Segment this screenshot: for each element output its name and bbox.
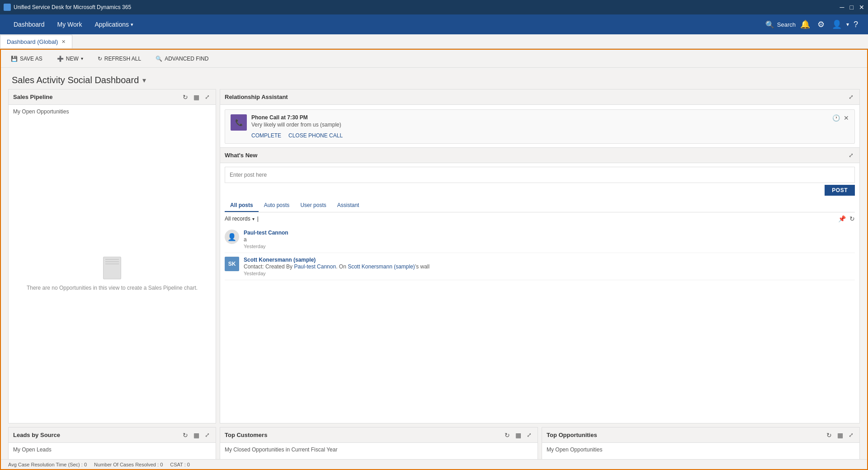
dashboard-title-area: Sales Activity Social Dashboard ▾ (1, 68, 867, 89)
leads-expand-icon[interactable]: ⤢ (203, 431, 211, 439)
relationship-expand-icon[interactable]: ⤢ (847, 93, 855, 101)
ra-snooze-icon[interactable]: 🕐 (832, 114, 840, 122)
customers-refresh-icon[interactable]: ↻ (503, 431, 511, 440)
ra-close-call-button[interactable]: CLOSE PHONE CALL (288, 132, 343, 139)
tab-all-posts[interactable]: All posts (225, 199, 259, 212)
tab-user-posts[interactable]: User posts (295, 199, 331, 212)
whats-new-expand-icon[interactable]: ⤢ (847, 151, 855, 160)
opportunities-chart-icon[interactable]: ▦ (836, 431, 844, 440)
advanced-find-button[interactable]: 🔍 ADVANCED FIND (153, 54, 211, 64)
relationship-assistant-actions: ⤢ (847, 93, 855, 101)
sales-pipeline-refresh-icon[interactable]: ↻ (181, 93, 189, 102)
top-customers-title: Top Customers (225, 432, 267, 438)
top-opportunities-header: Top Opportunities ↻ ▦ ⤢ (542, 428, 859, 443)
new-chevron-icon: ▾ (81, 56, 83, 61)
ra-card-top-actions: 🕐 ✕ (832, 114, 849, 122)
user-chevron-icon[interactable]: ▾ (846, 21, 849, 28)
applications-chevron-icon: ▾ (131, 22, 133, 28)
sales-pipeline-empty-message: There are no Opportunities in this view … (27, 285, 198, 291)
tab-assistant[interactable]: Assistant (332, 199, 365, 212)
tab-dashboard-global[interactable]: Dashboard (Global) ✕ (0, 35, 72, 48)
nav-bar: Dashboard My Work Applications ▾ 🔍 Searc… (0, 14, 868, 34)
save-as-button[interactable]: 💾 SAVE AS (8, 54, 45, 64)
feed-item-2-time: Yesterday (244, 271, 429, 276)
feed-avatar-2: SK (225, 257, 239, 271)
leads-by-source-actions: ↻ ▦ ⤢ (181, 431, 211, 440)
sales-pipeline-header: Sales Pipeline ↻ ▦ ⤢ (9, 89, 216, 105)
leads-by-source-title: Leads by Source (13, 432, 60, 438)
window-controls[interactable]: ─ □ ✕ (840, 4, 864, 11)
search-button[interactable]: 🔍 Search (765, 20, 796, 29)
customers-expand-icon[interactable]: ⤢ (525, 431, 533, 439)
whats-new-section: What's New ⤢ POST All pos (220, 148, 859, 423)
app-icon (4, 4, 11, 11)
nav-my-work[interactable]: My Work (51, 14, 89, 34)
sales-pipeline-expand-icon[interactable]: ⤢ (203, 93, 211, 101)
ra-complete-button[interactable]: COMPLETE (251, 132, 281, 139)
close-button[interactable]: ✕ (859, 4, 864, 11)
leads-subtitle: My Open Leads (13, 446, 211, 453)
top-customers-header: Top Customers ↻ ▦ ⤢ (220, 428, 538, 443)
ra-dismiss-icon[interactable]: ✕ (844, 114, 849, 122)
feed-refresh-icon[interactable]: ↻ (849, 215, 855, 222)
dashboard-title-chevron-icon[interactable]: ▾ (142, 76, 146, 85)
feed-item-2-name[interactable]: Scott Konersmann (sample) (244, 257, 429, 263)
maximize-button[interactable]: □ (850, 4, 854, 11)
toolbar: 💾 SAVE AS ➕ NEW ▾ ↻ REFRESH ALL 🔍 ADVANC… (1, 50, 867, 68)
leads-by-source-header: Leads by Source ↻ ▦ ⤢ (9, 428, 216, 443)
feed-item-1-body: a (244, 236, 288, 243)
post-btn-row: POST (225, 185, 855, 196)
leads-chart-icon[interactable]: ▦ (192, 431, 201, 440)
feed-tabs: All posts Auto posts User posts Assistan… (225, 199, 855, 212)
minimize-button[interactable]: ─ (840, 4, 844, 11)
whats-new-header: What's New ⤢ (220, 148, 859, 163)
feed-filter-selector[interactable]: All records ▾ | (225, 216, 259, 222)
opportunities-refresh-icon[interactable]: ↻ (825, 431, 833, 440)
feed-item-2-link2[interactable]: Scott Konersmann (sample) (348, 263, 415, 270)
status-avg-case: Avg Case Resolution Time (Sec) : 0 (8, 462, 87, 467)
settings-icon[interactable]: ⚙ (815, 19, 827, 29)
sales-pipeline-actions: ↻ ▦ ⤢ (181, 93, 211, 102)
sales-pipeline-chart-icon[interactable]: ▦ (192, 93, 201, 102)
feed-filter-actions: 📌 ↻ (838, 215, 855, 222)
post-input[interactable] (225, 167, 855, 183)
sales-pipeline-title: Sales Pipeline (13, 94, 52, 100)
feed-item-1: 👤 Paul-test Cannon a Yesterday (225, 226, 855, 253)
top-opportunities-actions: ↻ ▦ ⤢ (825, 431, 855, 440)
relationship-assistant-header: Relationship Assistant ⤢ (220, 89, 859, 105)
sales-pipeline-content: My Open Opportunities There are no Oppor… (9, 105, 216, 423)
nav-dashboard[interactable]: Dashboard (7, 14, 51, 34)
search-icon: 🔍 (765, 20, 774, 29)
refresh-all-button[interactable]: ↻ REFRESH ALL (95, 54, 144, 64)
help-icon[interactable]: ? (851, 20, 861, 29)
tab-auto-posts[interactable]: Auto posts (259, 199, 295, 212)
sales-pipeline-empty: There are no Opportunities in this view … (13, 118, 211, 423)
notifications-icon[interactable]: 🔔 (797, 19, 813, 29)
content-area: Sales Pipeline ↻ ▦ ⤢ My Open Opportuniti… (1, 89, 867, 467)
customers-chart-icon[interactable]: ▦ (514, 431, 523, 440)
top-customers-panel: Top Customers ↻ ▦ ⤢ My Closed Opportunit… (220, 427, 538, 463)
title-bar: Unified Service Desk for Microsoft Dynam… (0, 0, 868, 14)
tab-close-icon[interactable]: ✕ (61, 39, 66, 45)
opportunities-expand-icon[interactable]: ⤢ (847, 431, 855, 439)
sales-pipeline-subtitle: My Open Opportunities (13, 108, 211, 115)
save-as-icon: 💾 (11, 56, 18, 62)
new-icon: ➕ (57, 56, 64, 62)
feed-item-2-content: Scott Konersmann (sample) Contact: Creat… (244, 257, 429, 276)
feed-item-2-link[interactable]: Paul-test Cannon (294, 263, 336, 270)
filter-chevron-icon: ▾ (252, 216, 255, 221)
user-icon[interactable]: 👤 (829, 19, 844, 29)
filter-cursor: | (257, 216, 259, 222)
feed-item-1-content: Paul-test Cannon a Yesterday (244, 230, 288, 249)
feed-item-1-name[interactable]: Paul-test Cannon (244, 230, 288, 236)
nav-right-controls: 🔍 Search 🔔 ⚙ 👤 ▾ ? (765, 19, 861, 29)
customers-subtitle: My Closed Opportunities in Current Fisca… (225, 446, 533, 453)
whats-new-content: POST All posts Auto posts User posts Ass… (220, 163, 859, 423)
whats-new-title: What's New (225, 152, 257, 159)
post-button[interactable]: POST (825, 185, 855, 196)
ra-card-desc: Very likely will order from us (sample) (251, 122, 828, 128)
leads-refresh-icon[interactable]: ↻ (181, 431, 189, 440)
new-button[interactable]: ➕ NEW ▾ (54, 54, 86, 64)
pin-icon[interactable]: 📌 (838, 215, 846, 222)
nav-applications[interactable]: Applications ▾ (88, 14, 140, 34)
